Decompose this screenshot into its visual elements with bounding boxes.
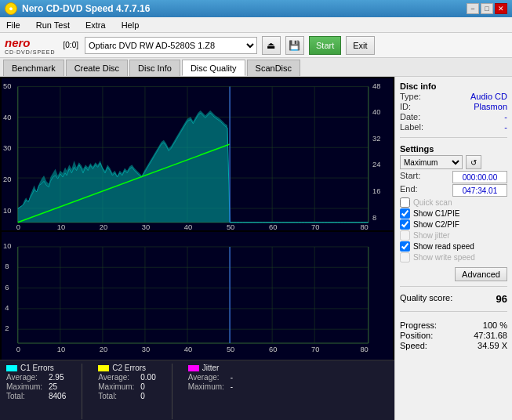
show-c2pif-checkbox[interactable]	[400, 219, 410, 230]
svg-text:30: 30	[142, 223, 150, 230]
quality-score-label: Quality score:	[400, 293, 452, 305]
disc-info-title: Disc info	[400, 81, 507, 91]
menu-extra[interactable]: Extra	[82, 20, 109, 31]
speed-select[interactable]: Maximum	[400, 155, 463, 169]
svg-text:50: 50	[227, 223, 234, 230]
legend-jitter: Jitter Average: - Maximum: -	[188, 364, 233, 419]
progress-section: Progress: 100 % Position: 47:31.68 Speed…	[400, 320, 507, 351]
settings-title: Settings	[400, 144, 507, 154]
toolbar: nero CD·DVD/SPEED [0:0] Optiarc DVD RW A…	[0, 33, 512, 58]
progress-value: 100 %	[483, 320, 507, 330]
legend-c2: C2 Errors Average: 0.00 Maximum: 0 Total…	[98, 364, 155, 419]
type-value: Audio CD	[470, 92, 507, 101]
title-bar-text: Nero CD-DVD Speed 4.7.7.16	[22, 3, 150, 14]
svg-text:0: 0	[16, 223, 20, 230]
show-c1pie-checkbox[interactable]	[400, 208, 410, 219]
tab-disc-quality[interactable]: Disc Quality	[182, 60, 245, 76]
c2-max-label: Maximum:	[98, 382, 137, 391]
nero-logo: nero CD·DVD/SPEED	[5, 36, 56, 55]
svg-text:80: 80	[360, 223, 368, 230]
svg-text:20: 20	[100, 223, 107, 230]
id-value: Plasmon	[474, 102, 507, 111]
maximize-button[interactable]: □	[481, 3, 493, 14]
tab-scan-disc[interactable]: ScanDisc	[247, 60, 300, 76]
show-read-speed-checkbox[interactable]	[400, 241, 410, 252]
eject-icon[interactable]: ⏏	[262, 36, 281, 55]
speed-value: 34.59 X	[478, 341, 507, 350]
show-write-speed-label: Show write speed	[413, 253, 475, 262]
show-jitter-checkbox[interactable]	[400, 230, 410, 241]
jitter-avg-label: Average:	[188, 373, 227, 382]
menu-help[interactable]: Help	[118, 20, 143, 31]
c1-avg-label: Average:	[6, 373, 45, 382]
refresh-icon[interactable]: ↺	[466, 155, 481, 169]
svg-text:24: 24	[372, 160, 380, 168]
advanced-button[interactable]: Advanced	[455, 267, 507, 281]
jitter-title: Jitter	[202, 364, 220, 372]
c2-total-value: 0	[140, 392, 145, 400]
c1-title: C1 Errors	[20, 364, 54, 372]
minimize-button[interactable]: −	[467, 3, 479, 14]
tab-create-disc[interactable]: Create Disc	[66, 60, 128, 76]
c1-total-label: Total:	[6, 392, 45, 400]
side-panel: Disc info Type: Audio CD ID: Plasmon Dat…	[394, 77, 512, 420]
svg-text:16: 16	[372, 186, 380, 195]
svg-text:50: 50	[227, 345, 234, 353]
exit-button[interactable]: Exit	[346, 36, 374, 55]
tab-disc-info[interactable]: Disc Info	[129, 60, 180, 76]
c1-max-value: 25	[49, 382, 57, 391]
progress-label: Progress:	[400, 320, 437, 330]
main-content: 50 40 30 20 10 48 40 32 24 16 8	[0, 77, 512, 420]
quick-scan-checkbox[interactable]	[400, 197, 410, 208]
speed-label: Speed:	[400, 341, 427, 350]
menu-file[interactable]: File	[3, 20, 24, 31]
tab-benchmark[interactable]: Benchmark	[3, 60, 64, 76]
svg-text:40: 40	[372, 107, 380, 116]
show-c1pie-label: Show C1/PIE	[413, 209, 459, 218]
position-label: Position:	[400, 331, 433, 340]
c2-avg-label: Average:	[98, 373, 137, 382]
save-icon[interactable]: 💾	[285, 36, 304, 55]
disc-label-label: Label:	[400, 122, 423, 132]
svg-text:30: 30	[142, 345, 150, 353]
svg-text:48: 48	[372, 81, 380, 90]
c2-max-value: 0	[140, 382, 145, 391]
c1-max-label: Maximum:	[6, 382, 45, 391]
svg-text:80: 80	[360, 345, 368, 353]
svg-text:10: 10	[57, 345, 65, 353]
show-c2pif-label: Show C2/PIF	[413, 220, 459, 229]
disc-label-value: -	[504, 122, 507, 132]
svg-text:50: 50	[3, 81, 11, 90]
quick-scan-label: Quick scan	[413, 198, 452, 207]
drive-select[interactable]: Optiarc DVD RW AD-5280S 1.Z8	[85, 37, 257, 54]
jitter-avg-value: -	[231, 373, 233, 382]
c2-avg-value: 0.00	[140, 373, 155, 382]
svg-text:4: 4	[5, 303, 9, 312]
c1-color-box	[6, 365, 17, 371]
close-button[interactable]: ✕	[495, 3, 507, 14]
legend-c1: C1 Errors Average: 2.95 Maximum: 25 Tota…	[6, 364, 66, 419]
start-time-input[interactable]	[452, 171, 507, 183]
svg-text:10: 10	[57, 223, 65, 230]
tabs: Benchmark Create Disc Disc Info Disc Qua…	[0, 58, 512, 77]
app-icon: ●	[5, 2, 17, 15]
legend-area: C1 Errors Average: 2.95 Maximum: 25 Tota…	[0, 360, 394, 420]
end-label: End:	[400, 184, 418, 197]
c2-title: C2 Errors	[112, 364, 146, 372]
svg-text:6: 6	[5, 283, 9, 291]
show-write-speed-checkbox[interactable]	[400, 252, 410, 262]
c1-total-value: 8406	[49, 392, 66, 400]
svg-text:40: 40	[3, 112, 11, 121]
menu-runtest[interactable]: Run Test	[33, 20, 73, 31]
start-label: Start:	[400, 171, 420, 183]
svg-text:20: 20	[100, 345, 107, 353]
svg-text:10: 10	[3, 241, 11, 250]
c1-avg-value: 2.95	[49, 373, 64, 382]
end-time-input[interactable]	[452, 184, 507, 197]
start-button[interactable]: Start	[309, 36, 341, 55]
date-label: Date:	[400, 112, 420, 121]
quality-score-value: 96	[496, 293, 507, 305]
svg-text:70: 70	[311, 223, 319, 230]
bottom-chart: 10 8 6 4 2	[2, 232, 393, 360]
drive-label: [0:0]	[64, 41, 78, 49]
